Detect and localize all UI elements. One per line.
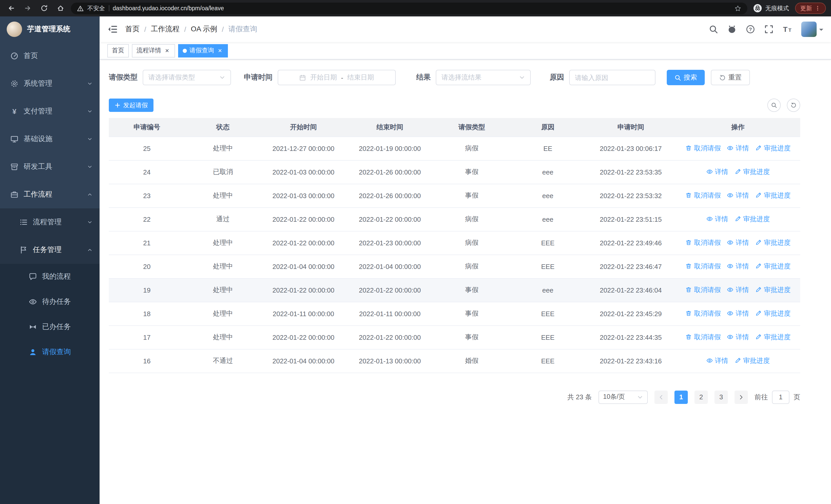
browser-home-button[interactable] (54, 2, 67, 14)
detail-action-label: 详情 (736, 144, 749, 153)
create-leave-button[interactable]: 发起请假 (109, 98, 153, 112)
page-button-1[interactable]: 1 (675, 390, 688, 404)
cell-reason: eee (510, 184, 586, 207)
browser-back-button[interactable] (5, 2, 18, 14)
navbar-actions: ? TT (709, 22, 823, 37)
sidebar-item-task-management[interactable]: 任务管理 (0, 236, 99, 264)
table-row: 18处理中2022-01-11 00:00:002022-01-11 00:00… (109, 302, 800, 325)
toggle-search-button[interactable] (767, 98, 781, 112)
browser-forward-button[interactable] (22, 2, 34, 14)
font-size-icon[interactable]: TT (783, 25, 792, 34)
detail-action-link[interactable]: 详情 (727, 191, 749, 200)
sidebar-item-system-management[interactable]: 系统管理 (0, 70, 99, 97)
pagination-goto: 前往 页 (754, 390, 800, 404)
cancel-action-link[interactable]: 取消请假 (685, 238, 721, 247)
detail-action-link[interactable]: 详情 (727, 333, 749, 342)
sidebar-item-infrastructure[interactable]: 基础设施 (0, 125, 99, 153)
sidebar-item-label: 系统管理 (24, 79, 52, 88)
detail-action-link[interactable]: 详情 (727, 238, 749, 247)
refresh-table-button[interactable] (787, 98, 800, 112)
archive-icon (10, 163, 19, 171)
goto-page-input[interactable] (772, 390, 790, 404)
cancel-action-link[interactable]: 取消请假 (685, 285, 721, 295)
progress-action-link[interactable]: 审批进度 (755, 333, 791, 342)
cancel-action-link[interactable]: 取消请假 (685, 144, 721, 153)
help-icon[interactable]: ? (746, 25, 755, 34)
progress-action-link[interactable]: 审批进度 (755, 191, 791, 200)
url-text[interactable]: dashboard.yudao.iocoder.cn/bpm/oa/leave (113, 5, 224, 11)
browser-reload-button[interactable] (38, 2, 50, 14)
breadcrumb-item[interactable]: 请假查询 (228, 25, 257, 34)
reset-button[interactable]: 重置 (711, 70, 750, 85)
apply-time-range-picker[interactable]: 开始日期 - 结束日期 (278, 70, 396, 85)
sidebar-item-label: 待办任务 (42, 297, 71, 306)
leave-type-select[interactable]: 请选择请假类型 (143, 70, 231, 85)
security-warning-text[interactable]: 不安全 (87, 4, 105, 12)
sidebar-item-my-process[interactable]: 我的流程 (0, 264, 99, 289)
fullscreen-icon[interactable] (764, 25, 774, 34)
page-button-3[interactable]: 3 (715, 390, 728, 404)
page-button-2[interactable]: 2 (694, 390, 708, 404)
tab-leave-query[interactable]: 请假查询× (178, 44, 228, 57)
progress-action-link[interactable]: 审批进度 (755, 285, 791, 295)
browser-menu-icon[interactable] (814, 5, 821, 11)
breadcrumb-item[interactable]: 工作流程 (151, 25, 180, 34)
sidebar-logo[interactable]: 芋道管理系统 (0, 17, 99, 42)
browser-update-button[interactable]: 更新 (795, 3, 826, 14)
reason-input[interactable] (570, 70, 655, 85)
sidebar-collapse-button[interactable] (107, 24, 118, 34)
gear-icon (10, 80, 19, 88)
sidebar-item-done-tasks[interactable]: 已办任务 (0, 314, 99, 339)
detail-action-link[interactable]: 详情 (706, 356, 728, 365)
next-page-button[interactable] (735, 390, 748, 404)
cancel-action-link[interactable]: 取消请假 (685, 262, 721, 271)
tab-close-icon[interactable]: × (164, 47, 170, 54)
progress-action-link[interactable]: 审批进度 (734, 167, 770, 177)
sidebar-item-process-management[interactable]: 流程管理 (0, 208, 99, 236)
tab-process-detail[interactable]: 流程详情× (132, 44, 175, 57)
detail-action-link[interactable]: 详情 (706, 167, 728, 177)
cancel-action-link[interactable]: 取消请假 (685, 191, 721, 200)
cancel-action-link[interactable]: 取消请假 (685, 333, 721, 342)
user-menu[interactable] (801, 22, 823, 37)
result-select[interactable]: 请选择流结果 (436, 70, 531, 85)
progress-action-link[interactable]: 审批进度 (755, 238, 791, 247)
sidebar-item-home[interactable]: 首页 (0, 42, 99, 70)
cell-id: 17 (109, 325, 185, 349)
sidebar-item-payment-management[interactable]: ¥支付管理 (0, 97, 99, 125)
detail-action-link[interactable]: 详情 (727, 144, 749, 153)
prev-page-button[interactable] (654, 390, 668, 404)
search-button[interactable]: 搜索 (667, 70, 705, 85)
eye-icon (706, 357, 713, 364)
tab-close-icon[interactable]: × (217, 47, 223, 54)
caret-down-icon (819, 29, 823, 33)
sidebar-item-leave-query[interactable]: 请假查询 (0, 339, 99, 364)
header-search-icon[interactable] (709, 25, 718, 34)
bookmark-star-icon[interactable] (735, 5, 741, 11)
breadcrumb-item[interactable]: 首页 (125, 25, 140, 34)
sidebar-item-todo-tasks[interactable]: 待办任务 (0, 289, 99, 314)
breadcrumb-item[interactable]: OA 示例 (191, 25, 218, 34)
progress-action-link[interactable]: 审批进度 (734, 356, 770, 365)
sidebar-item-dev-tools[interactable]: 研发工具 (0, 153, 99, 181)
progress-action-link[interactable]: 审批进度 (755, 144, 791, 153)
github-icon[interactable] (727, 25, 737, 34)
progress-action-link[interactable]: 审批进度 (734, 214, 770, 224)
progress-action-link[interactable]: 审批进度 (755, 262, 791, 271)
dashboard-icon (10, 52, 19, 60)
page-size-select[interactable]: 10条/页 (599, 390, 648, 404)
detail-action-link[interactable]: 详情 (727, 285, 749, 295)
sidebar-item-workflow[interactable]: 工作流程 (0, 181, 99, 208)
detail-action-link[interactable]: 详情 (727, 309, 749, 318)
table-row: 24已取消2022-01-03 00:00:002022-01-26 00:00… (109, 160, 800, 184)
cell-apply-time: 2022-01-23 00:06:17 (586, 137, 676, 160)
tab-label: 流程详情 (137, 46, 161, 55)
column-header-2: 开始时间 (261, 118, 346, 137)
tab-home[interactable]: 首页 (107, 44, 129, 57)
progress-action-link[interactable]: 审批进度 (755, 309, 791, 318)
table-toolbar: 发起请假 (109, 98, 800, 112)
detail-action-link[interactable]: 详情 (706, 214, 728, 224)
detail-action-link[interactable]: 详情 (727, 262, 749, 271)
address-bar[interactable]: 不安全 dashboard.yudao.iocoder.cn/bpm/oa/le… (71, 2, 747, 14)
cancel-action-link[interactable]: 取消请假 (685, 309, 721, 318)
